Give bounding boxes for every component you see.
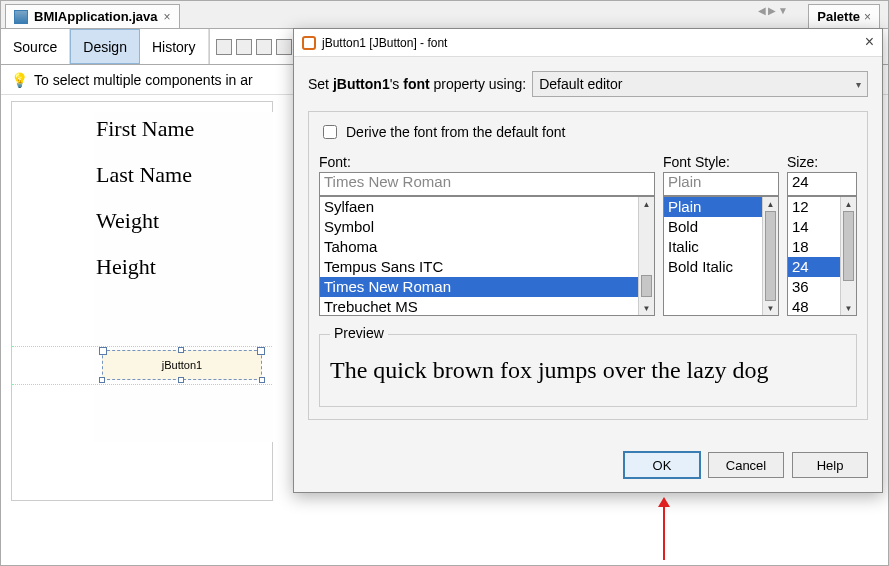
tab-next-icon[interactable]: ▶	[768, 5, 776, 16]
dialog-title-text: jButton1 [JButton] - font	[322, 36, 447, 50]
form-label-height[interactable]: Height	[94, 250, 274, 296]
scroll-down-icon[interactable]: ▼	[763, 301, 778, 315]
preview-group: Preview The quick brown fox jumps over t…	[319, 334, 857, 407]
derive-row: Derive the font from the default font	[319, 122, 857, 142]
form-label-last-name[interactable]: Last Name	[94, 158, 274, 204]
annotation-arrow	[663, 505, 665, 560]
scrollbar-thumb[interactable]	[843, 211, 854, 281]
scroll-down-icon[interactable]: ▼	[841, 301, 856, 315]
list-item[interactable]: Italic	[664, 237, 778, 257]
toolbar-icon[interactable]	[236, 39, 252, 55]
size-value-field[interactable]: 24	[787, 172, 857, 196]
close-icon[interactable]: ×	[865, 33, 874, 51]
tab-prev-icon[interactable]: ◀	[758, 5, 766, 16]
size-value-text: 24	[792, 173, 809, 190]
ok-button[interactable]: OK	[624, 452, 700, 478]
editor-tabs-row: BMIApplication.java × ◀ ▶ ▼ Palette ×	[1, 1, 888, 29]
close-icon[interactable]: ×	[864, 10, 871, 24]
help-button[interactable]: Help	[792, 452, 868, 478]
form-label-weight[interactable]: Weight	[94, 204, 274, 250]
editor-tab-label: BMIApplication.java	[34, 9, 158, 24]
scrollbar[interactable]: ▲ ▼	[638, 197, 654, 315]
toolbar-icon-group	[209, 29, 298, 64]
font-label: Font:	[319, 154, 655, 170]
size-listbox[interactable]: 121418243648 ▲ ▼	[787, 196, 857, 316]
set-suffix: property using:	[430, 76, 527, 92]
scroll-up-icon[interactable]: ▲	[639, 197, 654, 211]
editor-tab-bmiapplication[interactable]: BMIApplication.java ×	[5, 4, 180, 28]
style-listbox[interactable]: PlainBoldItalicBold Italic ▲ ▼	[663, 196, 779, 316]
style-value-text: Plain	[668, 173, 701, 190]
toolbar-icon[interactable]	[216, 39, 232, 55]
list-item[interactable]: Trebuchet MS	[320, 297, 654, 316]
list-item[interactable]: Times New Roman	[320, 277, 654, 297]
set-property: font	[403, 76, 429, 92]
set-prefix: Set	[308, 76, 333, 92]
guide-line	[12, 384, 272, 385]
java-file-icon	[14, 10, 28, 24]
tab-menu-icon[interactable]: ▼	[778, 5, 788, 16]
resize-handle[interactable]	[178, 347, 184, 353]
set-mid: 's	[390, 76, 404, 92]
list-item[interactable]: Bold	[664, 217, 778, 237]
dialog-titlebar[interactable]: jButton1 [JButton] - font ×	[294, 29, 882, 57]
list-item[interactable]: Sylfaen	[320, 197, 654, 217]
dialog-button-row: OK Cancel Help	[294, 442, 882, 492]
list-item[interactable]: Plain	[664, 197, 778, 217]
guide-line	[12, 346, 272, 347]
editor-mode-combo[interactable]: Default editor ▾	[532, 71, 868, 97]
scrollbar-thumb[interactable]	[765, 211, 776, 301]
font-dialog: jButton1 [JButton] - font × Set jButton1…	[293, 28, 883, 493]
netbeans-app-icon	[302, 36, 316, 50]
list-item[interactable]: Bold Italic	[664, 257, 778, 277]
font-chooser-group: Derive the font from the default font Fo…	[308, 111, 868, 420]
scrollbar-thumb[interactable]	[641, 275, 652, 297]
scrollbar[interactable]: ▲ ▼	[762, 197, 778, 315]
toolbar-icon[interactable]	[276, 39, 292, 55]
derive-checkbox[interactable]	[323, 125, 337, 139]
font-column: Font: Times New Roman SylfaenSymbolTahom…	[319, 154, 655, 316]
list-item[interactable]: Tahoma	[320, 237, 654, 257]
font-listbox[interactable]: SylfaenSymbolTahomaTempus Sans ITCTimes …	[319, 196, 655, 316]
size-label: Size:	[787, 154, 857, 170]
form-panel[interactable]: First Name Last Name Weight Height	[94, 112, 274, 442]
scroll-down-icon[interactable]: ▼	[639, 301, 654, 315]
toolbar-icon[interactable]	[256, 39, 272, 55]
font-value-text: Times New Roman	[324, 173, 451, 190]
resize-handle[interactable]	[99, 377, 105, 383]
resize-handle[interactable]	[178, 377, 184, 383]
resize-handle[interactable]	[259, 377, 265, 383]
cancel-button[interactable]: Cancel	[708, 452, 784, 478]
style-label: Font Style:	[663, 154, 779, 170]
style-value-field[interactable]: Plain	[663, 172, 779, 196]
preview-legend: Preview	[330, 325, 388, 341]
style-column: Font Style: Plain PlainBoldItalicBold It…	[663, 154, 779, 316]
font-columns: Font: Times New Roman SylfaenSymbolTahom…	[319, 154, 857, 316]
form-label-first-name[interactable]: First Name	[94, 112, 274, 158]
source-button[interactable]: Source	[1, 29, 70, 64]
chevron-down-icon: ▾	[856, 79, 861, 90]
preview-text: The quick brown fox jumps over the lazy …	[328, 339, 848, 398]
selected-jbutton[interactable]: jButton1	[102, 350, 262, 380]
font-value-field[interactable]: Times New Roman	[319, 172, 655, 196]
set-target: jButton1	[333, 76, 390, 92]
list-item[interactable]: Symbol	[320, 217, 654, 237]
design-canvas[interactable]: First Name Last Name Weight Height jButt…	[11, 101, 273, 501]
property-set-row: Set jButton1's font property using: Defa…	[308, 71, 868, 97]
close-icon[interactable]: ×	[164, 10, 171, 24]
selected-jbutton-label: jButton1	[162, 359, 202, 371]
scroll-up-icon[interactable]: ▲	[763, 197, 778, 211]
design-button[interactable]: Design	[70, 29, 140, 64]
lightbulb-icon: 💡	[11, 72, 28, 88]
palette-tab[interactable]: Palette ×	[808, 4, 880, 28]
palette-tab-label: Palette	[817, 9, 860, 24]
history-button[interactable]: History	[140, 29, 209, 64]
hint-text: To select multiple components in ar	[34, 72, 253, 88]
set-sentence: Set jButton1's font property using:	[308, 76, 526, 92]
tab-nav-arrows: ◀ ▶ ▼	[758, 5, 788, 16]
list-item[interactable]: Tempus Sans ITC	[320, 257, 654, 277]
editor-mode-value: Default editor	[539, 76, 622, 92]
size-column: Size: 24 121418243648 ▲ ▼	[787, 154, 857, 316]
scrollbar[interactable]: ▲ ▼	[840, 197, 856, 315]
scroll-up-icon[interactable]: ▲	[841, 197, 856, 211]
